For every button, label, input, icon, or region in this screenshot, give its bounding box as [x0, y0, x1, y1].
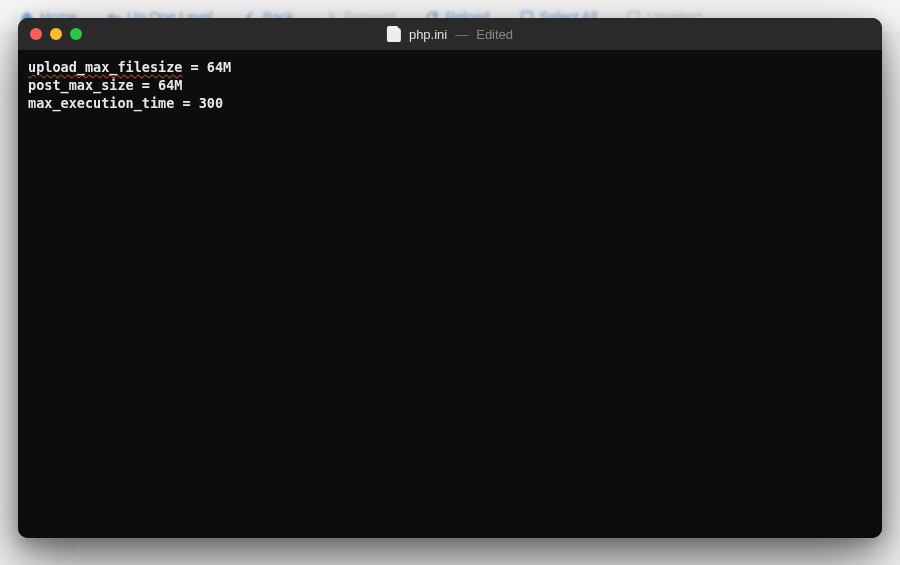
code-line: max_execution_time = 300	[28, 94, 872, 112]
config-value: = 64M	[182, 59, 231, 75]
code-line: post_max_size = 64M	[28, 76, 872, 94]
config-key: post_max_size	[28, 77, 134, 93]
config-value: = 64M	[134, 77, 183, 93]
config-key: max_execution_time	[28, 95, 174, 111]
close-button[interactable]	[30, 28, 42, 40]
config-key: upload_max_filesize	[28, 59, 182, 75]
document-icon	[387, 26, 401, 42]
window-titlebar[interactable]: php.ini — Edited	[18, 18, 882, 50]
traffic-lights	[30, 28, 82, 40]
text-editor-window: php.ini — Edited upload_max_filesize = 6…	[18, 18, 882, 538]
title-separator: —	[455, 27, 468, 42]
config-value: = 300	[174, 95, 223, 111]
filename-label: php.ini	[409, 27, 447, 42]
window-title: php.ini — Edited	[387, 26, 513, 42]
code-line: upload_max_filesize = 64M	[28, 58, 872, 76]
minimize-button[interactable]	[50, 28, 62, 40]
editor-text-area[interactable]: upload_max_filesize = 64Mpost_max_size =…	[18, 50, 882, 538]
maximize-button[interactable]	[70, 28, 82, 40]
edited-status-label: Edited	[476, 27, 513, 42]
